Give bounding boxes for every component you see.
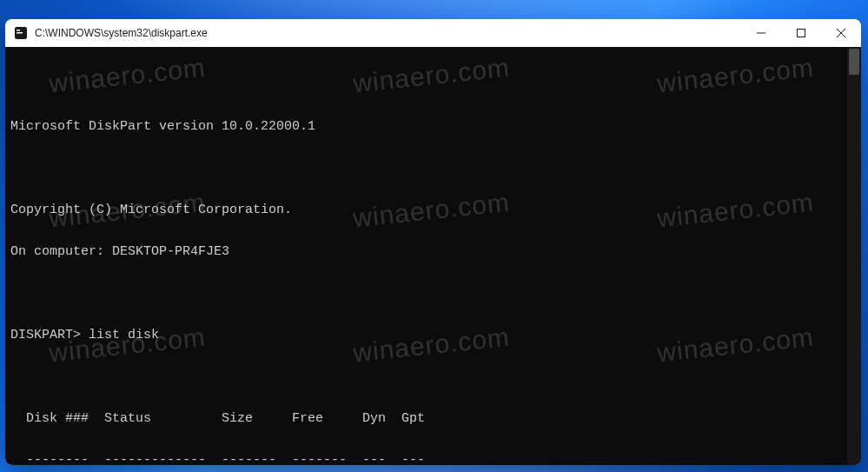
console-computer: On computer: DESKTOP-PR4FJE3 [10, 245, 861, 259]
maximize-button[interactable] [781, 19, 821, 47]
prompt-label: DISKPART> [10, 329, 81, 342]
scrollbar-thumb[interactable] [849, 49, 859, 75]
console-copyright: Copyright (C) Microsoft Corporation. [10, 203, 861, 217]
table-rule: -------- ------------- ------- ------- -… [10, 454, 861, 465]
svg-rect-1 [17, 30, 20, 31]
app-icon [14, 26, 28, 40]
diskpart-window: C:\WINDOWS\system32\diskpart.exe Microso… [5, 19, 861, 465]
table-header: Disk ### Status Size Free Dyn Gpt [10, 412, 861, 426]
svg-rect-4 [798, 30, 805, 37]
window-title: C:\WINDOWS\system32\diskpart.exe [35, 27, 741, 39]
console-blank-line [10, 370, 861, 384]
scrollbar-track[interactable] [847, 47, 861, 465]
console-header-version: Microsoft DiskPart version 10.0.22000.1 [10, 120, 861, 134]
console-blank-line [10, 78, 861, 92]
console-prompt-line: DISKPART> list disk [10, 329, 861, 342]
command-input: list disk [89, 329, 159, 342]
console-blank-line [10, 287, 861, 301]
title-bar[interactable]: C:\WINDOWS\system32\diskpart.exe [5, 19, 861, 47]
console-output[interactable]: Microsoft DiskPart version 10.0.22000.1 … [5, 47, 861, 465]
window-controls [741, 19, 861, 47]
minimize-button[interactable] [741, 19, 781, 47]
console-blank-line [10, 162, 861, 176]
close-button[interactable] [821, 19, 861, 47]
svg-rect-2 [17, 32, 23, 34]
